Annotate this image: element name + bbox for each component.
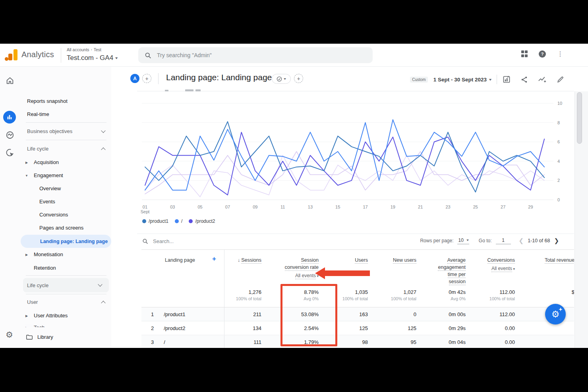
column-header-conversions[interactable]: ConversionsAll events ▾ [471,250,520,285]
sort-desc-icon: ↓ [238,257,240,263]
column-header-total_revenue[interactable]: Total revenue [520,250,574,285]
sidebar-section-life-cycle[interactable]: Life cycle [20,142,111,155]
edit-pencil-icon[interactable] [557,76,564,83]
add-metric-icon[interactable]: + [294,74,303,83]
landing-page-path: /product2 [164,325,185,331]
insights-fab-button[interactable]: ⚙ [545,304,566,324]
more-options-icon[interactable]: ⋮ [557,50,563,58]
x-tick-label: 25 [473,205,478,209]
legend-label: /product1 [149,218,168,224]
sidebar-item-reports-snapshot[interactable]: Reports snapshot [20,95,111,108]
sidebar-item-overview[interactable]: Overview [20,182,111,195]
totals-cell-total_revenue: $ [520,285,574,307]
legend-item[interactable]: /product2 [189,218,215,224]
global-search-input[interactable]: Try searching "Admin" [138,47,373,63]
home-icon[interactable] [6,76,14,85]
row-number: 1 [151,311,154,317]
series-line-/product1[interactable] [145,122,544,192]
customise-report-icon[interactable] [503,75,511,83]
sidebar-item-library[interactable]: Library [20,330,111,344]
date-range-selector[interactable]: 1 Sept - 30 Sept 2023 ▾ [433,77,491,83]
column-header-new_users[interactable]: New users [373,250,422,285]
goto-label: Go to: [479,238,492,243]
breadcrumb-current[interactable]: Test [94,47,101,52]
table-search-input[interactable]: Search... [142,238,174,244]
chevron-up-icon [101,147,105,152]
analytics-logo-icon[interactable] [5,48,18,62]
sidebar-item-acquisition[interactable]: ▶Acquisition [20,156,111,169]
legend-dot-icon [175,219,179,223]
metric-event-selector[interactable]: All events ▾ [471,265,515,272]
landing-page-table: Landing page+↓SessionsSessionconversion … [141,249,574,348]
add-comparison-icon[interactable]: + [142,74,151,83]
nav-rail: ⚙ [0,67,20,348]
sidebar-item-real-time[interactable]: Real-time [20,108,111,121]
chevron-down-icon: ▾ [512,267,515,271]
column-header-sessions[interactable]: ↓Sessions [224,250,267,285]
goto-page-input[interactable]: 1 [496,238,511,244]
report-status-pill[interactable]: ▾ [272,74,291,84]
legend-item[interactable]: / [175,218,182,224]
sidebar-item-user-attributes[interactable]: ▶User Attributes [20,309,111,322]
share-icon[interactable] [520,76,528,83]
cell-total_revenue [520,321,574,335]
breadcrumb-root[interactable]: All accounts [67,47,89,52]
legend-item[interactable]: /product1 [142,218,168,224]
collection-selector[interactable]: Life cycle [23,278,109,292]
y-tick-label: 10 [557,101,562,106]
sidebar-item-pages-and-screens[interactable]: Pages and screens [20,221,111,234]
sidebar-item-monetisation[interactable]: ▶Monetisation [20,248,111,261]
column-header-aet[interactable]: Averageengagementtime persession [422,250,471,285]
series-line-/[interactable] [145,120,544,190]
help-icon[interactable]: ? [539,50,546,58]
admin-gear-icon[interactable]: ⚙ [6,330,13,340]
explore-icon[interactable] [6,131,14,139]
totals-cell-conversions: 112.00100% of total [471,285,520,307]
chevron-down-icon: ▾ [284,77,286,81]
legend-label: /product2 [195,218,215,224]
account-selector[interactable]: Test.com - GA4 ▾ [67,54,118,62]
sidebar-item-events[interactable]: Events [20,195,111,208]
row-dimension-cell: 3/ [141,335,224,348]
sidebar-item-retention[interactable]: Retention [20,261,111,274]
table-row: 2/product21342.54%1251250m 29s0.00 [141,321,574,335]
x-tick-label: 13 [308,205,313,209]
sessions-line-chart[interactable]: 0246810 [137,95,588,208]
sidebar-section-business-objectives[interactable]: Business objectives [20,125,111,138]
cell-new_users: 0 [373,307,422,321]
x-tick-label: 09 [253,205,257,209]
reports-icon[interactable] [3,111,16,124]
sidebar-item-conversions[interactable]: Conversions [20,208,111,221]
cell-scr: 1.79% [267,335,324,348]
x-tick-label: 27 [501,205,505,209]
cell-aet: 0m 04s [422,335,471,348]
rows-per-page-select[interactable]: 10▾ [457,238,469,244]
report-header: A + Landing page: Landing page ▾ + Custo… [111,67,588,91]
totals-cell-aet: 0m 42sAvg 0% [422,285,471,307]
clipped-control-fragment [185,89,193,91]
table-row: 1/product121153.08%16300m 00s112.00 [141,307,574,321]
prev-page-icon[interactable]: ❮ [519,237,524,244]
cell-scr: 2.54% [267,321,324,335]
sidebar-item-engagement[interactable]: ▼Engagement [20,169,111,182]
comparison-avatar[interactable]: A [130,74,139,83]
advertising-icon[interactable] [6,148,14,157]
x-tick-label: 21 [418,205,423,209]
search-placeholder: Try searching "Admin" [157,52,212,58]
insights-icon[interactable] [538,75,547,83]
y-tick-label: 2 [557,178,560,183]
cell-total_revenue [520,335,574,348]
sidebar-item-landing-page-selected[interactable]: Landing page: Landing page [21,235,111,248]
landing-page-path: / [164,339,165,345]
metric-event-selector[interactable]: All events ▾ [267,272,319,280]
cell-sessions: 111 [224,335,267,348]
apps-grid-icon[interactable] [521,50,528,57]
pagination-range: 1-10 of 68 [528,238,550,243]
add-dimension-icon[interactable]: + [212,255,216,263]
column-header-landing-page[interactable]: Landing page+ [141,250,224,285]
divider [497,75,497,84]
sidebar-section-user[interactable]: User [20,295,111,309]
scrollbar-thumb[interactable] [577,92,582,144]
breadcrumb[interactable]: All accounts › Test [67,47,101,52]
next-page-icon[interactable]: ❯ [554,237,559,244]
